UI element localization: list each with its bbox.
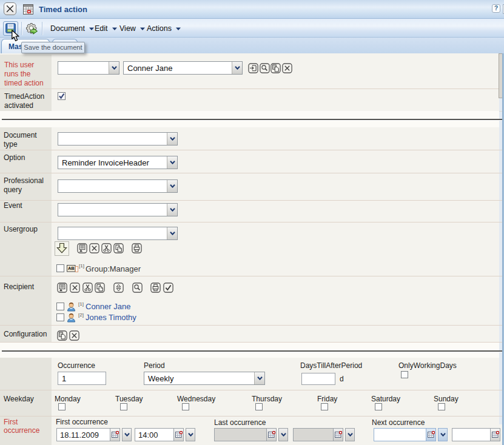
svg-text:AB: AB (68, 266, 75, 271)
